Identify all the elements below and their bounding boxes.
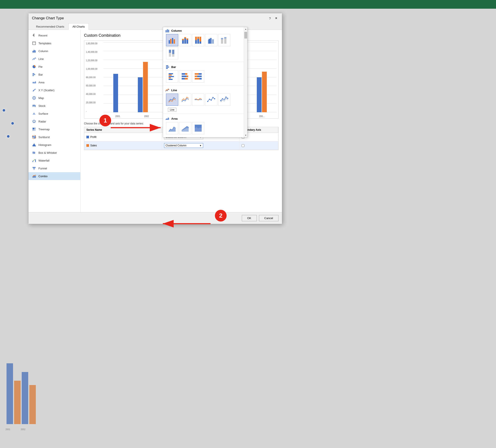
sidebar-item-treemap[interactable]: Treemap [29,125,80,133]
sidebar-label-map: Map [38,96,44,100]
flyout-line-title: Line [165,88,244,92]
sidebar-item-surface[interactable]: Surface [29,110,80,117]
scroll-down-button[interactable]: ▼ [244,133,248,137]
svg-point-114 [209,99,210,100]
svg-rect-68 [182,40,184,44]
column-chart-icon [32,49,36,53]
flyout-btn-line-markers[interactable] [205,94,217,106]
svg-rect-65 [170,39,171,44]
sales-dropdown-arrow: ▼ [200,144,202,147]
svg-point-116 [213,97,214,98]
svg-rect-79 [200,37,201,42]
flyout-bar-title: Bar [165,65,244,69]
svg-rect-36 [32,145,33,146]
flyout-divider-1 [163,62,247,62]
sidebar-label-waterfall: Waterfall [38,159,49,162]
flyout-btn-3d-stacked[interactable] [218,34,230,46]
sidebar-item-histogram[interactable]: Histogram [29,141,80,149]
sales-chart-type-select[interactable]: Clustered Column ▼ [164,143,203,148]
svg-rect-63 [168,30,169,32]
bar-group-1 [113,42,118,112]
bar-blue-2 [138,77,143,112]
svg-rect-4 [35,50,36,52]
svg-rect-93 [166,67,169,67]
sidebar-item-radar[interactable]: Radar [29,117,80,125]
sidebar-item-pie[interactable]: Pie [29,63,80,71]
flyout-btn-clustered-col[interactable] [166,34,178,46]
flyout-btn-stacked-line-markers[interactable] [218,94,230,106]
svg-rect-89 [169,50,171,53]
sidebar-item-map[interactable]: Map [29,94,80,102]
sidebar-label-radar: Radar [38,120,46,123]
sidebar-item-combo[interactable]: Combo [29,172,80,180]
flyout-btn-100pct-col[interactable] [192,34,204,46]
svg-rect-66 [172,38,173,44]
sidebar-item-waterfall[interactable]: Waterfall [29,157,80,164]
ok-button[interactable]: OK [242,215,257,221]
flyout-btn-100pct-bar[interactable] [192,70,204,82]
flyout-btn-100pct-line[interactable] [192,94,204,106]
sidebar-label-funnel: Funnel [38,167,47,170]
svg-rect-30 [34,129,36,129]
profit-color-indicator [86,136,89,138]
help-button[interactable]: ? [268,16,272,21]
templates-icon [32,41,36,45]
flyout-line-charts: Line [165,94,244,106]
flyout-area-title: Area [165,116,244,121]
combo-icon [32,174,36,178]
tab-recommended[interactable]: Recommended Charts [32,23,68,30]
svg-point-120 [226,97,227,98]
flyout-btn-3d-100pct[interactable] [166,47,178,59]
flyout-btn-3d-col[interactable] [205,34,217,46]
svg-rect-102 [182,76,186,77]
scroll-up-button[interactable]: ▲ [244,27,248,31]
flyout-btn-stacked-area[interactable] [179,122,191,134]
flyout-btn-100pct-area[interactable] [192,122,204,134]
svg-rect-86 [224,38,226,44]
area-chart-icon [32,80,36,84]
sidebar-item-recent[interactable]: Recent [29,32,80,39]
svg-rect-2 [32,51,33,52]
svg-rect-0 [32,42,36,45]
svg-rect-40 [35,145,36,146]
scatter-chart-icon [32,88,36,92]
svg-rect-54 [33,168,35,169]
sidebar-item-funnel[interactable]: Funnel [29,164,80,172]
tab-all-charts[interactable]: All Charts [68,23,89,30]
sidebar-label-recent: Recent [38,34,47,37]
svg-rect-75 [195,37,197,40]
flyout-line-section: Line Line [163,87,247,107]
sidebar-item-boxwhisker[interactable]: Box & Whisker [29,149,80,157]
svg-rect-55 [33,169,35,169]
flyout-bar-charts [165,70,244,82]
flyout-btn-stacked-col[interactable] [179,34,191,46]
svg-rect-99 [169,79,172,80]
svg-point-119 [222,98,223,99]
sidebar-item-area[interactable]: Area [29,78,80,86]
sidebar-item-stock[interactable]: Stock [29,102,80,110]
sidebar-item-column[interactable]: Column [29,47,80,55]
sidebar-item-bar[interactable]: Bar [29,71,80,78]
flyout-column-icon [165,29,170,33]
svg-marker-27 [33,121,35,122]
sunburst-icon [32,135,36,139]
close-button[interactable]: × [274,16,279,21]
sidebar-item-line[interactable]: Line [29,55,80,63]
sidebar-item-templates[interactable]: Templates [29,39,80,47]
svg-rect-92 [166,65,168,66]
svg-rect-49 [32,161,33,162]
flyout-btn-line[interactable]: Line [166,94,178,106]
svg-rect-62 [167,29,168,32]
flyout-btn-stacked-bar[interactable] [179,70,191,82]
svg-rect-94 [166,68,168,69]
cancel-button[interactable]: Cancel [259,215,279,221]
svg-rect-105 [185,78,188,80]
sidebar-item-scatter[interactable]: X Y (Scatter) [29,86,80,94]
flyout-btn-clustered-bar[interactable] [166,70,178,82]
sidebar-item-sunburst[interactable]: Sunburst [29,133,80,141]
flyout-btn-stacked-line[interactable] [179,94,191,106]
flyout-btn-area[interactable] [166,122,178,134]
scroll-thumb[interactable] [244,32,247,38]
svg-rect-6 [32,73,34,74]
sales-axis-checkbox[interactable] [242,144,244,147]
